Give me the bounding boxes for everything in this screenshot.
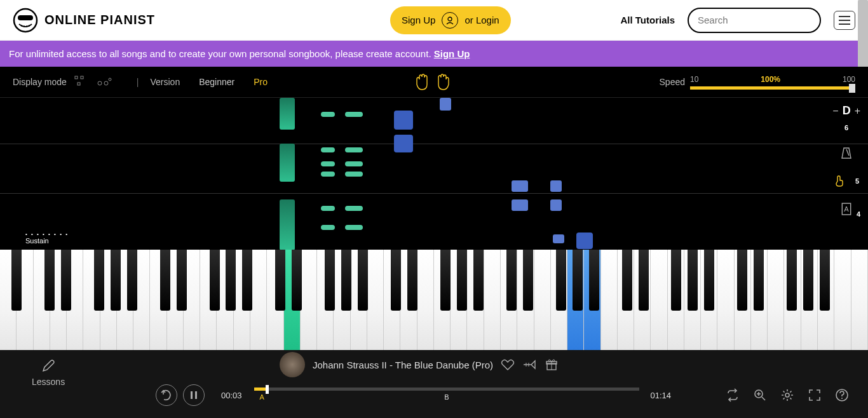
user-icon (442, 12, 458, 29)
scrollbar-thumb[interactable] (858, 0, 868, 76)
falling-note (321, 147, 335, 152)
falling-note (321, 172, 335, 177)
piano-keyboard[interactable] (0, 250, 868, 350)
black-key[interactable] (61, 250, 71, 311)
signup-button[interactable]: Sign Up (402, 15, 435, 25)
login-link[interactable]: or Login (465, 15, 499, 25)
brand-logo[interactable]: ONLINE PIANIST (13, 8, 155, 33)
svg-point-14 (109, 78, 111, 81)
black-key[interactable] (94, 250, 104, 311)
row-num: 4 (857, 210, 860, 218)
black-key[interactable] (11, 250, 22, 311)
svg-point-31 (841, 398, 843, 399)
trumpet-icon[interactable] (522, 359, 538, 370)
black-key[interactable] (556, 250, 566, 311)
display-mode-label: Display mode (13, 77, 67, 87)
loop-button[interactable] (726, 388, 740, 402)
black-key[interactable] (292, 250, 302, 311)
black-key[interactable] (589, 250, 599, 311)
svg-line-26 (762, 397, 765, 400)
transpose-up[interactable]: + (855, 105, 860, 117)
falling-note (550, 180, 562, 192)
speed-mid: 100% (761, 75, 780, 84)
falling-note (280, 144, 295, 182)
zoom-button[interactable] (754, 389, 766, 401)
pause-button[interactable] (183, 384, 205, 406)
black-key[interactable] (737, 250, 747, 311)
speed-slider[interactable] (690, 86, 855, 90)
player-controls-bar: Display mode | Version Beginner Pro Spee… (0, 67, 868, 97)
svg-line-15 (846, 149, 849, 156)
black-key[interactable] (341, 250, 351, 311)
menu-button[interactable] (834, 11, 855, 30)
transpose-down[interactable]: − (832, 105, 838, 117)
player-bar: Lessons Johann Strauss II - The Blue Dan… (0, 350, 868, 418)
level-beginner[interactable]: Beginner (199, 77, 234, 87)
falling-note (345, 172, 363, 177)
black-key[interactable] (127, 250, 137, 311)
black-key[interactable] (242, 250, 252, 311)
search-box[interactable] (688, 8, 821, 33)
black-key[interactable] (688, 250, 698, 311)
gift-icon[interactable] (545, 358, 558, 371)
black-key[interactable] (506, 250, 517, 311)
black-key[interactable] (391, 250, 401, 311)
black-key[interactable] (210, 250, 220, 311)
svg-rect-9 (75, 76, 78, 79)
black-key[interactable] (325, 250, 335, 311)
black-key[interactable] (440, 250, 451, 311)
black-key[interactable] (111, 250, 121, 311)
black-key[interactable] (523, 250, 533, 311)
svg-point-6 (448, 17, 452, 21)
black-key[interactable] (44, 250, 55, 311)
black-key[interactable] (803, 250, 813, 311)
black-key[interactable] (639, 250, 649, 311)
black-key[interactable] (671, 250, 681, 311)
black-key[interactable] (820, 250, 830, 311)
black-key[interactable] (473, 250, 484, 311)
black-key[interactable] (457, 250, 467, 311)
help-button[interactable] (835, 388, 849, 402)
row-num: 5 (855, 177, 859, 185)
progress-bar[interactable]: A B (254, 388, 639, 403)
black-key[interactable] (226, 250, 236, 311)
marker-b[interactable]: B (444, 393, 449, 401)
auth-chip: Sign Up or Login (390, 6, 511, 34)
version-label: Version (150, 77, 180, 87)
display-mode-sheet-icon[interactable] (97, 77, 112, 88)
speed-control: Speed 10 100% 100 (660, 75, 855, 90)
black-key[interactable] (573, 250, 583, 311)
black-key[interactable] (275, 250, 285, 311)
metronome-icon[interactable] (841, 147, 852, 159)
rewind-button[interactable] (156, 384, 177, 406)
speed-thumb[interactable] (849, 84, 855, 93)
falling-note (345, 161, 363, 166)
fullscreen-button[interactable] (808, 389, 821, 401)
black-key[interactable] (622, 250, 632, 311)
falling-note (280, 199, 295, 250)
settings-button[interactable] (780, 388, 794, 402)
black-key[interactable] (787, 250, 797, 311)
right-hand-icon[interactable] (435, 73, 452, 91)
svg-rect-10 (81, 76, 83, 79)
black-key[interactable] (160, 250, 170, 311)
banner-signup-link[interactable]: Sign Up (434, 48, 470, 59)
black-key[interactable] (407, 250, 417, 311)
favorite-button[interactable] (501, 358, 515, 372)
note-letter-icon[interactable]: A (841, 203, 852, 215)
marker-a[interactable]: A (259, 393, 264, 401)
display-mode-falling-icon[interactable] (74, 76, 85, 89)
svg-rect-23 (191, 391, 193, 399)
falling-note (321, 206, 335, 211)
black-key[interactable] (754, 250, 764, 311)
black-key[interactable] (704, 250, 714, 311)
black-key[interactable] (177, 250, 187, 311)
falling-note (345, 206, 363, 211)
all-tutorials-link[interactable]: All Tutorials (620, 15, 675, 25)
hand-cursor-icon[interactable] (834, 175, 845, 187)
left-hand-icon[interactable] (413, 73, 431, 91)
search-input[interactable] (698, 15, 818, 25)
black-key[interactable] (358, 250, 368, 311)
falling-note (321, 112, 335, 117)
level-pro[interactable]: Pro (254, 77, 268, 87)
